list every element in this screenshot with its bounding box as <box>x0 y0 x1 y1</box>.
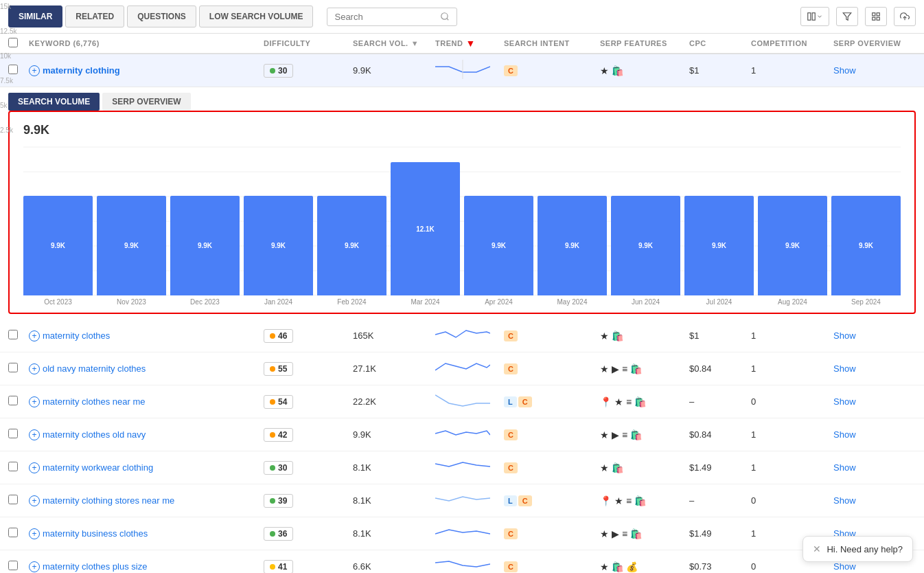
row-show-link-5[interactable]: Show <box>833 495 856 506</box>
row-cb-input-5[interactable] <box>8 495 18 504</box>
row-add-btn-0[interactable]: + <box>29 330 40 341</box>
row-show-link-4[interactable]: Show <box>833 462 856 473</box>
shopping-icon: 🛍️ <box>630 528 642 539</box>
row-show-link-1[interactable]: Show <box>833 363 856 374</box>
row-add-btn-3[interactable]: + <box>29 429 40 440</box>
row-diff-badge-6: 36 <box>264 527 293 541</box>
row-keyword-link-0[interactable]: maternity clothes <box>43 330 110 341</box>
row-show-link-0[interactable]: Show <box>833 330 856 341</box>
row-cb-input-3[interactable] <box>8 429 18 438</box>
row-cpc-3: $0.84 <box>689 429 751 440</box>
row-diff-val-7: 41 <box>278 562 287 572</box>
row-add-btn-5[interactable]: + <box>29 495 40 506</box>
row-add-btn-6[interactable]: + <box>29 528 40 539</box>
filter-icon <box>842 12 852 21</box>
bar-0: 9.9K <box>23 196 93 295</box>
row-trend-2 <box>435 391 504 412</box>
row-show-link-3[interactable]: Show <box>833 429 856 440</box>
main-diff-dot <box>270 68 275 74</box>
chart-bars: 9.9K9.9K9.9K9.9K9.9K12.1K9.9K9.9K9.9K9.9… <box>23 144 901 295</box>
shopping-icon: 🛍️ <box>612 330 623 341</box>
row-cb-input-4[interactable] <box>8 462 18 471</box>
row-show-link-2[interactable]: Show <box>833 396 856 407</box>
row-cb-input-7[interactable] <box>8 561 18 570</box>
row-cb-input-6[interactable] <box>8 528 18 537</box>
header-search-vol[interactable]: SEARCH VOL. ▼ <box>353 39 435 47</box>
row-sparkline-0 <box>435 325 490 344</box>
row-serp-icons-6: ★▶≡🛍️ <box>600 528 689 539</box>
tab-low-search-volume[interactable]: LOW SEARCH VOLUME <box>199 5 314 27</box>
export-icon-btn[interactable] <box>894 7 916 26</box>
row-add-btn-4[interactable]: + <box>29 462 40 473</box>
y-axis: 15k 12.5k 10k 7.5k 5k 2.5k <box>0 0 26 151</box>
row-cb-input-2[interactable] <box>8 396 18 405</box>
row-keyword-link-2[interactable]: maternity clothes near me <box>43 396 146 407</box>
row-diff-badge-3: 42 <box>264 428 293 442</box>
row-keyword-link-1[interactable]: old navy maternity clothes <box>43 363 146 374</box>
main-serp-show-link[interactable]: Show <box>833 65 856 76</box>
row-keyword-link-6[interactable]: maternity business clothes <box>43 528 148 539</box>
row-intent-6: C <box>504 528 600 539</box>
main-diff-value: 30 <box>278 66 287 76</box>
subtab-serp-overview[interactable]: SERP OVERVIEW <box>102 93 190 111</box>
filter-icon-btn[interactable] <box>836 7 858 26</box>
tab-questions[interactable]: QUESTIONS <box>127 5 196 27</box>
columns-icon-btn[interactable] <box>800 7 829 26</box>
row-diff-6: 36 <box>264 527 353 541</box>
bar-label-8: Jun 2024 <box>611 298 680 306</box>
row-intent-1: C <box>504 363 600 374</box>
view-icon-btn[interactable] <box>865 7 887 26</box>
chart-bars-wrapper: 9.9K9.9K9.9K9.9K9.9K12.1K9.9K9.9K9.9K9.9… <box>23 144 901 306</box>
row-diff-badge-5: 39 <box>264 494 293 508</box>
row-keyword-link-7[interactable]: maternity clothes plus size <box>43 561 147 572</box>
bar-label-6: Apr 2024 <box>464 298 533 306</box>
y-tick-10k: 10k <box>0 52 26 60</box>
shopping-icon: 🛍️ <box>630 429 642 440</box>
row-add-btn-2[interactable]: + <box>29 396 40 407</box>
row-add-btn-1[interactable]: + <box>29 363 40 374</box>
row-cb-input-1[interactable] <box>8 363 18 372</box>
intent-badge-c: C <box>504 528 518 539</box>
row-keyword-link-4[interactable]: maternity workwear clothing <box>43 462 153 473</box>
bar-group: 9.9K <box>684 144 754 295</box>
shopping-icon: 🛍️ <box>612 462 623 473</box>
row-add-btn-7[interactable]: + <box>29 561 40 572</box>
row-cb-4 <box>8 462 29 473</box>
main-cpc: $1 <box>689 65 751 76</box>
main-keyword-add-btn[interactable]: + <box>29 65 40 76</box>
row-keyword-link-3[interactable]: maternity clothes old navy <box>43 429 146 440</box>
bar-5: 12.1K <box>391 162 460 295</box>
row-vol-4: 8.1K <box>353 462 435 473</box>
bar-group: 9.9K <box>464 144 533 295</box>
search-input[interactable] <box>334 12 436 22</box>
bar-label-7: May 2024 <box>538 298 607 306</box>
grid-icon <box>871 12 881 21</box>
data-row: + maternity clothes 46 165K C ★🛍️ $1 1 S… <box>0 319 924 352</box>
intent-badge-c: C <box>518 396 532 407</box>
bar-label-3: Jan 2024 <box>244 298 313 306</box>
star-icon: ★ <box>614 495 623 506</box>
main-trend-sparkline <box>435 60 490 79</box>
row-cb-2 <box>8 396 29 407</box>
row-competition-4: 1 <box>751 462 833 473</box>
row-cb-input-0[interactable] <box>8 330 18 339</box>
chat-close-btn[interactable]: ✕ <box>813 543 821 554</box>
row-diff-badge-2: 54 <box>264 395 293 409</box>
row-serp-icons-2: 📍★≡🛍️ <box>600 396 689 407</box>
bar-2: 9.9K <box>170 196 240 295</box>
tab-related[interactable]: RELATED <box>65 5 124 27</box>
main-keyword-link[interactable]: maternity clothing <box>43 65 120 76</box>
upload-icon <box>900 12 910 21</box>
row-vol-6: 8.1K <box>353 528 435 539</box>
main-serp-overview: Show <box>833 65 916 76</box>
bar-11: 9.9K <box>831 196 901 295</box>
price-icon: 💰 <box>626 561 638 572</box>
row-cpc-6: $1.49 <box>689 528 751 539</box>
bar-group: 9.9K <box>97 144 166 295</box>
row-show-link-7[interactable]: Show <box>833 561 856 572</box>
row-vol-1: 27.1K <box>353 363 435 374</box>
row-keyword-link-5[interactable]: maternity clothing stores near me <box>43 495 174 506</box>
bar-label-2: Dec 2023 <box>170 298 240 306</box>
row-diff-badge-7: 41 <box>264 560 293 574</box>
bar-group: 9.9K <box>23 144 93 295</box>
